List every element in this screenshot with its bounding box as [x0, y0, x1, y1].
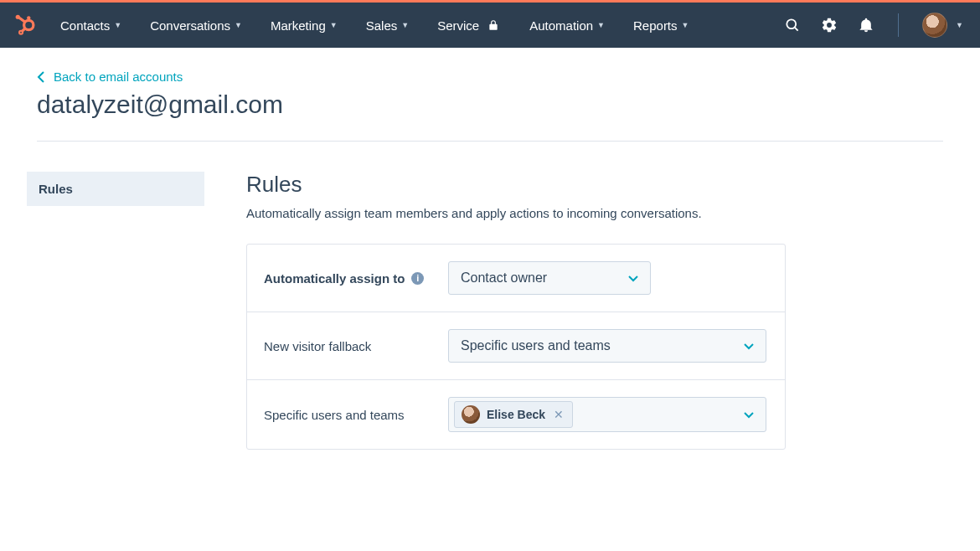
svg-point-0 — [24, 20, 34, 29]
back-link-text: Back to email accounts — [54, 70, 183, 84]
nav-label: Service — [437, 18, 479, 33]
caret-down-icon — [628, 270, 638, 286]
rule-row-fallback: New visitor fallback Specific users and … — [247, 312, 785, 380]
rules-panel: Rules Automatically assign team members … — [204, 172, 943, 450]
gear-icon[interactable] — [821, 17, 838, 33]
svg-point-1 — [27, 16, 30, 19]
caret-down-icon — [744, 407, 754, 422]
bell-icon[interactable] — [858, 17, 874, 33]
chip-remove-icon[interactable]: ✕ — [552, 408, 565, 421]
rule-label-text: Automatically assign to — [264, 271, 405, 286]
divider — [37, 141, 943, 142]
nav-sales[interactable]: Sales ▼ — [366, 18, 409, 33]
page-content: Back to email accounts datalyzeit@gmail.… — [0, 48, 980, 450]
nav-label: Reports — [633, 18, 678, 33]
chip-avatar — [462, 405, 480, 424]
rule-row-assign-to: Automatically assign to i Contact owner — [247, 245, 785, 312]
nav-label: Conversations — [150, 18, 230, 33]
rules-heading: Rules — [246, 172, 943, 198]
user-avatar — [922, 13, 947, 38]
select-value: Contact owner — [461, 270, 547, 286]
back-link[interactable]: Back to email accounts — [37, 70, 943, 84]
assign-to-select[interactable]: Contact owner — [448, 261, 651, 295]
svg-line-5 — [18, 18, 25, 22]
nav-conversations[interactable]: Conversations ▼ — [150, 18, 242, 33]
caret-down-icon — [744, 338, 754, 353]
nav-automation[interactable]: Automation ▼ — [529, 18, 605, 33]
chevron-left-icon — [37, 71, 45, 83]
chevron-down-icon: ▼ — [401, 21, 409, 29]
nav-label: Sales — [366, 18, 398, 33]
rule-label: Specific users and teams — [264, 408, 448, 422]
sprocket-icon — [15, 14, 37, 36]
tab-rules[interactable]: Rules — [27, 172, 204, 206]
rule-label: Automatically assign to i — [264, 271, 448, 286]
nav-contacts[interactable]: Contacts ▼ — [60, 18, 121, 33]
chevron-down-icon: ▼ — [956, 21, 963, 29]
side-tabs: Rules — [27, 172, 204, 450]
nav-label: Contacts — [60, 18, 110, 33]
chevron-down-icon: ▼ — [682, 21, 689, 29]
lock-icon — [486, 18, 501, 33]
fallback-select[interactable]: Specific users and teams — [448, 329, 766, 363]
hubspot-logo[interactable] — [15, 14, 37, 36]
users-multiselect[interactable]: Elise Beck ✕ — [448, 397, 766, 432]
nav-items: Contacts ▼ Conversations ▼ Marketing ▼ S… — [60, 18, 689, 33]
user-chip: Elise Beck ✕ — [454, 401, 573, 428]
rules-box: Automatically assign to i Contact owner … — [246, 244, 786, 450]
chevron-down-icon: ▼ — [114, 21, 121, 29]
info-icon[interactable]: i — [411, 272, 424, 285]
rule-label-text: New visitor fallback — [264, 339, 371, 353]
nav-service[interactable]: Service — [437, 18, 501, 33]
svg-point-7 — [787, 19, 796, 28]
rule-label-text: Specific users and teams — [264, 408, 405, 422]
account-menu[interactable]: ▼ — [922, 13, 963, 38]
svg-point-4 — [19, 31, 23, 34]
svg-point-6 — [16, 15, 20, 19]
rule-label: New visitor fallback — [264, 339, 448, 353]
nav-label: Automation — [529, 18, 593, 33]
page-title: datalyzeit@gmail.com — [37, 90, 943, 119]
main-navbar: Contacts ▼ Conversations ▼ Marketing ▼ S… — [0, 3, 980, 48]
rule-row-specific-users: Specific users and teams Elise Beck ✕ — [247, 380, 785, 449]
select-value: Specific users and teams — [461, 338, 611, 353]
nav-utility-icons: ▼ — [784, 13, 963, 38]
chevron-down-icon: ▼ — [597, 21, 605, 29]
nav-label: Marketing — [271, 18, 326, 33]
chip-label: Elise Beck — [487, 408, 545, 421]
nav-divider — [898, 13, 899, 37]
chevron-down-icon: ▼ — [330, 21, 338, 29]
nav-reports[interactable]: Reports ▼ — [633, 18, 689, 33]
svg-line-8 — [795, 28, 798, 31]
search-icon[interactable] — [784, 17, 801, 33]
rules-subheading: Automatically assign team members and ap… — [246, 206, 943, 220]
chevron-down-icon: ▼ — [235, 21, 242, 29]
nav-marketing[interactable]: Marketing ▼ — [271, 18, 338, 33]
